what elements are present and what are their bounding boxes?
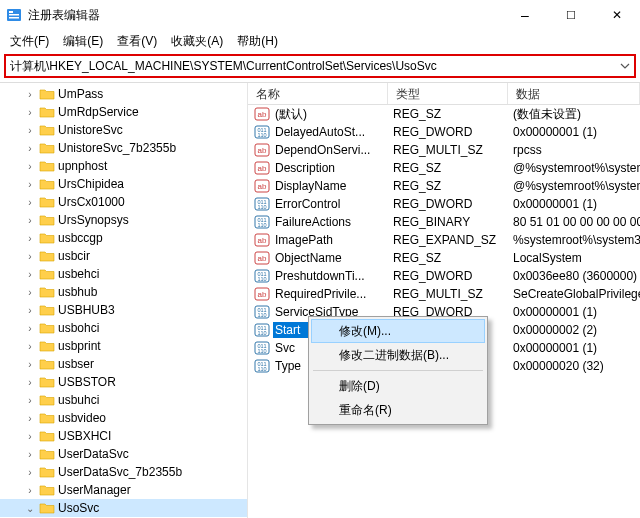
value-row[interactable]: 011110ErrorControlREG_DWORD0x00000001 (1… (248, 195, 640, 213)
tree-item[interactable]: ›UmRdpService (0, 103, 247, 121)
expand-icon[interactable]: ⌄ (24, 503, 36, 514)
value-row[interactable]: ab(默认)REG_SZ(数值未设置) (248, 105, 640, 123)
expand-icon[interactable]: › (24, 449, 36, 460)
tree-item-label: UrsChipidea (58, 177, 124, 191)
tree-item[interactable]: ›UnistoreSvc_7b2355b (0, 139, 247, 157)
expand-icon[interactable]: › (24, 359, 36, 370)
ctx-separator (313, 370, 483, 371)
ctx-modify-binary[interactable]: 修改二进制数据(B)... (311, 343, 485, 367)
value-name: DependOnServi... (273, 142, 385, 158)
expand-icon[interactable]: › (24, 341, 36, 352)
expand-icon[interactable]: › (24, 125, 36, 136)
close-button[interactable]: ✕ (594, 0, 640, 30)
tree-item[interactable]: ›usbehci (0, 265, 247, 283)
value-row[interactable]: abDisplayNameREG_SZ@%systemroot%\system3… (248, 177, 640, 195)
address-bar[interactable]: 计算机\HKEY_LOCAL_MACHINE\SYSTEM\CurrentCon… (4, 54, 636, 78)
expand-icon[interactable]: › (24, 395, 36, 406)
tree-item[interactable]: ›UmPass (0, 85, 247, 103)
menu-edit[interactable]: 编辑(E) (57, 31, 109, 52)
tree-item-label: UmRdpService (58, 105, 139, 119)
value-icon: 011110 (254, 322, 270, 338)
tree-item[interactable]: ›usbhub (0, 283, 247, 301)
col-header-data[interactable]: 数据 (508, 83, 640, 104)
tree-item[interactable]: ›usbuhci (0, 391, 247, 409)
tree-item[interactable]: ›UrsSynopsys (0, 211, 247, 229)
tree-item[interactable]: ›usbvideo (0, 409, 247, 427)
value-row[interactable]: 011110PreshutdownTi...REG_DWORD0x0036ee8… (248, 267, 640, 285)
expand-icon[interactable]: › (24, 179, 36, 190)
tree-item[interactable]: ›USBXHCI (0, 427, 247, 445)
tree-item[interactable]: ›usbcir (0, 247, 247, 265)
menu-view[interactable]: 查看(V) (111, 31, 163, 52)
tree-item[interactable]: ›usbccgp (0, 229, 247, 247)
value-name: Description (273, 160, 385, 176)
value-row[interactable]: abRequiredPrivile...REG_MULTI_SZSeCreate… (248, 285, 640, 303)
tree-item[interactable]: ⌄UsoSvc (0, 499, 247, 517)
expand-icon[interactable]: › (24, 161, 36, 172)
expand-icon[interactable]: › (24, 377, 36, 388)
expand-icon[interactable]: › (24, 467, 36, 478)
expand-icon[interactable]: › (24, 323, 36, 334)
svg-text:ab: ab (258, 182, 267, 191)
menubar: 文件(F) 编辑(E) 查看(V) 收藏夹(A) 帮助(H) (0, 30, 640, 52)
tree-panel[interactable]: ›UmPass›UmRdpService›UnistoreSvc›Unistor… (0, 83, 248, 518)
col-header-type[interactable]: 类型 (388, 83, 508, 104)
folder-icon (39, 393, 55, 407)
value-type: REG_BINARY (385, 215, 505, 229)
value-row[interactable]: 011110FailureActionsREG_BINARY80 51 01 0… (248, 213, 640, 231)
expand-icon[interactable]: › (24, 431, 36, 442)
address-dropdown-icon[interactable] (616, 61, 634, 71)
expand-icon[interactable]: › (24, 269, 36, 280)
expand-icon[interactable]: › (24, 287, 36, 298)
svg-text:110: 110 (257, 204, 266, 210)
svg-text:ab: ab (258, 110, 267, 119)
tree-item[interactable]: ›UrsCx01000 (0, 193, 247, 211)
tree-item[interactable]: ›usbser (0, 355, 247, 373)
ctx-delete[interactable]: 删除(D) (311, 374, 485, 398)
svg-text:ab: ab (258, 164, 267, 173)
expand-icon[interactable]: › (24, 233, 36, 244)
value-icon: ab (254, 160, 270, 176)
expand-icon[interactable]: › (24, 143, 36, 154)
value-data: rpcss (505, 143, 640, 157)
tree-item[interactable]: ›upnphost (0, 157, 247, 175)
expand-icon[interactable]: › (24, 197, 36, 208)
svg-text:110: 110 (257, 276, 266, 282)
value-type: REG_SZ (385, 161, 505, 175)
menu-help[interactable]: 帮助(H) (231, 31, 284, 52)
expand-icon[interactable]: › (24, 107, 36, 118)
expand-icon[interactable]: › (24, 413, 36, 424)
folder-icon (39, 141, 55, 155)
tree-item-label: usbprint (58, 339, 101, 353)
expand-icon[interactable]: › (24, 215, 36, 226)
ctx-rename[interactable]: 重命名(R) (311, 398, 485, 422)
expand-icon[interactable]: › (24, 305, 36, 316)
expand-icon[interactable]: › (24, 485, 36, 496)
expand-icon[interactable]: › (24, 89, 36, 100)
tree-item[interactable]: ›UrsChipidea (0, 175, 247, 193)
value-row[interactable]: abImagePathREG_EXPAND_SZ%systemroot%\sys… (248, 231, 640, 249)
value-type: REG_SZ (385, 179, 505, 193)
expand-icon[interactable]: › (24, 251, 36, 262)
tree-item[interactable]: ›USBHUB3 (0, 301, 247, 319)
address-path[interactable]: 计算机\HKEY_LOCAL_MACHINE\SYSTEM\CurrentCon… (6, 58, 616, 75)
menu-favorites[interactable]: 收藏夹(A) (165, 31, 229, 52)
tree-item[interactable]: ›UnistoreSvc (0, 121, 247, 139)
folder-icon (39, 267, 55, 281)
maximize-button[interactable]: ☐ (548, 0, 594, 30)
value-row[interactable]: abDescriptionREG_SZ@%systemroot%\system3… (248, 159, 640, 177)
value-row[interactable]: abObjectNameREG_SZLocalSystem (248, 249, 640, 267)
value-row[interactable]: 011110DelayedAutoSt...REG_DWORD0x0000000… (248, 123, 640, 141)
tree-item[interactable]: ›UserDataSvc (0, 445, 247, 463)
minimize-button[interactable]: – (502, 0, 548, 30)
value-row[interactable]: abDependOnServi...REG_MULTI_SZrpcss (248, 141, 640, 159)
tree-item[interactable]: ›USBSTOR (0, 373, 247, 391)
tree-item-label: usbvideo (58, 411, 106, 425)
col-header-name[interactable]: 名称 (248, 83, 388, 104)
tree-item[interactable]: ›usbohci (0, 319, 247, 337)
tree-item[interactable]: ›usbprint (0, 337, 247, 355)
tree-item[interactable]: ›UserManager (0, 481, 247, 499)
tree-item[interactable]: ›UserDataSvc_7b2355b (0, 463, 247, 481)
ctx-modify[interactable]: 修改(M)... (311, 319, 485, 343)
menu-file[interactable]: 文件(F) (4, 31, 55, 52)
